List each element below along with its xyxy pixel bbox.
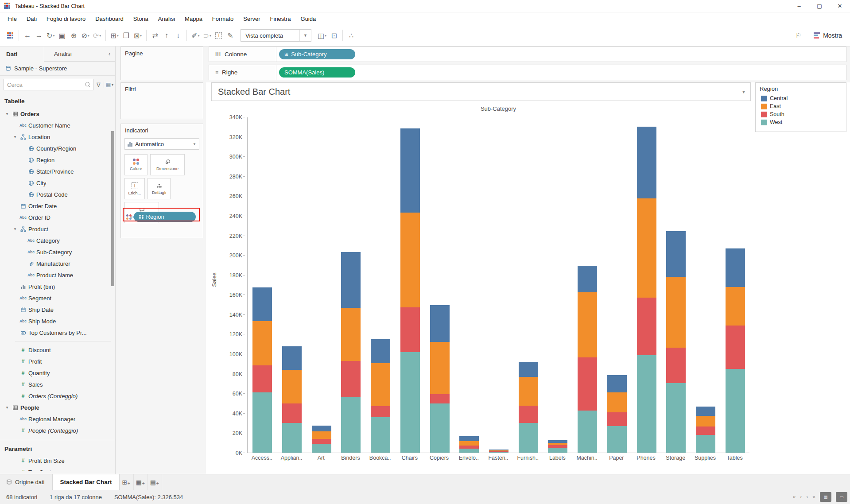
field-profit-bin-size[interactable]: #Profit Bin Size: [0, 455, 115, 466]
menu-item-guida[interactable]: Guida: [296, 14, 321, 24]
new-dashboard-tab-icon[interactable]: ▦₊: [134, 474, 148, 490]
bar-segment-east[interactable]: [666, 277, 686, 348]
bar-segment-central[interactable]: [607, 375, 627, 392]
legend-item-east[interactable]: East: [756, 102, 846, 110]
bar-segment-south[interactable]: [578, 357, 597, 411]
bar-segment-east[interactable]: [252, 321, 272, 365]
bar-segment-south[interactable]: [696, 426, 715, 435]
worksheet-tooltip-icon[interactable]: ⚐: [796, 31, 801, 39]
swap-rows-columns-button[interactable]: ⇄: [149, 29, 161, 42]
sheet-title[interactable]: Stacked Bar Chart ▼: [211, 82, 751, 101]
field-ship-date[interactable]: Ship Date: [0, 304, 115, 315]
field-top-customers[interactable]: #Top Customers: [0, 466, 115, 471]
field-sub-category[interactable]: AbcSub-Category: [0, 246, 115, 258]
bar-segment-east[interactable]: [459, 441, 479, 446]
menu-item-mappa[interactable]: Mappa: [180, 14, 207, 24]
field-people-conteggio[interactable]: #People (Conteggio): [0, 425, 115, 436]
bar-segment-east[interactable]: [696, 416, 715, 426]
bar-segment-west[interactable]: [548, 448, 567, 453]
field-discount[interactable]: #Discount: [0, 344, 115, 356]
show-tabs-button[interactable]: ▦: [820, 492, 831, 502]
show-me-button[interactable]: Mostra: [814, 32, 842, 39]
bar-segment-central[interactable]: [252, 287, 272, 321]
bar-segment-central[interactable]: [519, 362, 538, 377]
bar-segment-east[interactable]: [282, 370, 302, 403]
bar-segment-west[interactable]: [282, 423, 302, 453]
menu-item-foglio-di-lavoro[interactable]: Foglio di lavoro: [42, 14, 90, 24]
prev-tab-icon[interactable]: ‹: [800, 494, 802, 500]
close-button[interactable]: ✕: [830, 0, 850, 12]
collapse-chevron-icon[interactable]: ▾: [4, 405, 11, 410]
last-tab-icon[interactable]: »: [812, 494, 815, 500]
filter-fields-icon[interactable]: ∇: [95, 81, 102, 88]
bar-segment-east[interactable]: [726, 287, 745, 326]
bar-segment-east[interactable]: [400, 213, 420, 308]
field-region[interactable]: Region: [0, 154, 115, 166]
menu-item-finestra[interactable]: Finestra: [265, 14, 296, 24]
bar-segment-central[interactable]: [637, 127, 656, 198]
field-customer-name[interactable]: AbcCustomer Name: [0, 120, 115, 131]
show-filmstrip-button[interactable]: ▭: [836, 492, 847, 502]
menu-item-formato[interactable]: Formato: [207, 14, 238, 24]
chevron-down-icon[interactable]: ▼: [741, 89, 750, 94]
undo-redo-button[interactable]: ↻▾: [45, 29, 56, 42]
region-color-pill[interactable]: Region: [134, 212, 196, 222]
menu-item-server[interactable]: Server: [238, 14, 265, 24]
new-story-tab-icon[interactable]: ▤₊: [148, 474, 162, 490]
bar-segment-west[interactable]: [400, 352, 420, 453]
back-button[interactable]: ←: [22, 29, 33, 42]
bar-segment-south[interactable]: [666, 348, 686, 383]
bar-segment-west[interactable]: [341, 397, 361, 453]
bar-segment-west[interactable]: [607, 426, 627, 453]
bar-segment-south[interactable]: [459, 446, 479, 449]
bar-segment-east[interactable]: [371, 363, 390, 407]
field-top-customers-by-pr[interactable]: Top Customers by Pr...: [0, 327, 115, 338]
refresh-button[interactable]: ⟳▾: [91, 29, 103, 42]
collapse-chevron-icon[interactable]: ▾: [12, 135, 19, 139]
pause-updates-button[interactable]: ⊘▾: [79, 29, 91, 42]
highlight-button[interactable]: ✐▾: [190, 29, 201, 42]
field-profit-bin[interactable]: Profit (bin): [0, 281, 115, 292]
bar-segment-south[interactable]: [312, 439, 331, 443]
field-orders-conteggio[interactable]: #Orders (Conteggio): [0, 390, 115, 402]
field-product-name[interactable]: AbcProduct Name: [0, 269, 115, 281]
bar-segment-west[interactable]: [726, 369, 745, 453]
sheet-tab-active[interactable]: Stacked Bar Chart: [52, 474, 119, 490]
bar-segment-central[interactable]: [341, 252, 361, 308]
menu-item-dashboard[interactable]: Dashboard: [90, 14, 128, 24]
datasource-tab[interactable]: Origine dati: [0, 474, 52, 490]
fix-axes-button[interactable]: ✎: [225, 29, 236, 42]
bar-segment-central[interactable]: [726, 248, 745, 287]
field-postal-code[interactable]: Postal Code: [0, 189, 115, 200]
sort-ascending-button[interactable]: ↑: [161, 29, 172, 42]
menu-item-file[interactable]: File: [3, 14, 22, 24]
bar-segment-west[interactable]: [430, 403, 450, 453]
new-worksheet-button[interactable]: ⊞▾: [109, 29, 120, 42]
field-order-date[interactable]: Order Date: [0, 200, 115, 212]
bar-segment-south[interactable]: [400, 307, 420, 352]
sum-sales-pill[interactable]: SOMMA(Sales): [279, 67, 355, 78]
bar-segment-south[interactable]: [607, 412, 627, 426]
sort-descending-button[interactable]: ↓: [172, 29, 184, 42]
bar-segment-central[interactable]: [578, 266, 597, 292]
field-people[interactable]: ▾People: [0, 402, 115, 413]
rows-shelf[interactable]: ≡ Righe SOMMA(Sales): [209, 65, 846, 80]
bar-segment-central[interactable]: [371, 339, 390, 363]
bar-segment-east[interactable]: [519, 377, 538, 406]
marks-button-dettagli[interactable]: Dettagli: [147, 178, 171, 199]
first-tab-icon[interactable]: «: [793, 494, 796, 500]
tableau-home-icon[interactable]: [4, 29, 16, 42]
columns-shelf[interactable]: iii Colonne ⊞ Sub-Category: [209, 47, 846, 62]
search-input[interactable]: [4, 81, 85, 88]
field-location[interactable]: ▾Location: [0, 131, 115, 143]
field-regional-manager[interactable]: AbcRegional Manager: [0, 413, 115, 425]
show-cards-button[interactable]: ◫▾: [316, 29, 328, 42]
bar-segment-south[interactable]: [637, 298, 656, 355]
group-members-button[interactable]: ⊃▾: [202, 29, 213, 42]
field-segment[interactable]: AbcSegment: [0, 292, 115, 304]
collapse-pane-icon[interactable]: ‹: [104, 47, 115, 62]
view-options-icon[interactable]: ▦ ▾: [104, 81, 113, 88]
duplicate-sheet-button[interactable]: ❐: [120, 29, 132, 42]
field-country-region[interactable]: Country/Region: [0, 143, 115, 154]
next-tab-icon[interactable]: ›: [806, 494, 808, 500]
